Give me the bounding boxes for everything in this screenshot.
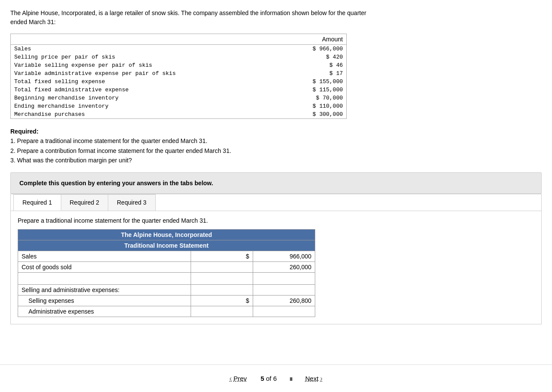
income-table-row: Sales$966,000 <box>18 251 315 261</box>
table-row: Sales$ 966,000 <box>11 45 347 53</box>
income-table-row: Selling and administrative expenses: <box>18 284 315 295</box>
table-row: Merchandise purchases$ 300,000 <box>11 110 347 119</box>
income-table-row: Cost of goods sold260,000 <box>18 261 315 272</box>
tab-required-2[interactable]: Required 2 <box>61 194 109 211</box>
income-row-label: Administrative expenses <box>18 306 191 317</box>
table-row: Variable administrative expense per pair… <box>11 69 347 78</box>
complete-question-box: Complete this question by entering your … <box>10 172 542 194</box>
grid-icon[interactable]: ∎ <box>287 373 295 384</box>
total-pages: 6 <box>273 375 276 382</box>
income-row-col1 <box>191 284 253 295</box>
income-row-col2 <box>253 306 315 317</box>
tab-required-3[interactable]: Required 3 <box>108 194 156 211</box>
required-item-3: 3. What was the contribution margin per … <box>10 156 542 165</box>
table-row-label: Sales <box>11 45 252 53</box>
bottom-nav: ‹ Prev 5 of 6 ∎ Next › <box>0 364 552 392</box>
required-item-1: 1. Prepare a traditional income statemen… <box>10 136 542 146</box>
income-row-label: Selling expenses <box>18 295 191 306</box>
income-row-col1: $ <box>191 295 253 306</box>
income-row-col2 <box>253 284 315 295</box>
data-table-label-header <box>11 34 252 45</box>
table-row-amount: $ 110,000 <box>252 102 347 110</box>
table-row-amount: $ 17 <box>252 69 347 78</box>
page-indicator: 5 of 6 <box>257 373 280 384</box>
income-statement-company: The Alpine House, Incorporated <box>18 229 315 240</box>
tab-required-1[interactable]: Required 1 <box>13 194 61 211</box>
table-row-label: Total fixed administrative expense <box>11 86 252 94</box>
prev-label: Prev <box>233 375 247 382</box>
table-row: Ending merchandise inventory$ 110,000 <box>11 102 347 110</box>
table-row: Variable selling expense per pair of ski… <box>11 61 347 69</box>
data-table-amount-header: Amount <box>252 34 347 45</box>
required-section: Required: 1. Prepare a traditional incom… <box>10 127 542 165</box>
data-table: Amount Sales$ 966,000Selling price per p… <box>10 34 347 119</box>
intro-paragraph: The Alpine House, Incorporated, is a lar… <box>10 9 542 27</box>
next-label: Next <box>305 375 319 382</box>
income-statement-table: The Alpine House, Incorporated Tradition… <box>18 229 315 317</box>
table-row-amount: $ 300,000 <box>252 110 347 119</box>
income-row-col1 <box>191 306 253 317</box>
table-row-label: Variable selling expense per pair of ski… <box>11 61 252 69</box>
tab-content-area: Prepare a traditional income statement f… <box>11 211 541 324</box>
table-row-label: Total fixed selling expense <box>11 78 252 86</box>
tabs-header: Required 1 Required 2 Required 3 <box>11 194 541 211</box>
income-table-row: Selling expenses$260,800 <box>18 295 315 306</box>
income-row-label: Selling and administrative expenses: <box>18 284 191 295</box>
complete-box-text: Complete this question by entering your … <box>19 180 533 187</box>
next-arrow-icon: › <box>320 375 323 383</box>
income-row-col2: 260,000 <box>253 261 315 272</box>
table-row-amount: $ 70,000 <box>252 94 347 102</box>
prev-button[interactable]: ‹ Prev <box>226 373 250 384</box>
table-row-amount: $ 966,000 <box>252 45 347 53</box>
table-row-label: Beginning merchandise inventory <box>11 94 252 102</box>
income-table-row: Administrative expenses <box>18 306 315 317</box>
table-row: Total fixed selling expense$ 155,000 <box>11 78 347 86</box>
table-row-amount: $ 420 <box>252 53 347 61</box>
required-title: Required: <box>10 128 38 135</box>
income-row-col1 <box>191 261 253 272</box>
table-row-label: Merchandise purchases <box>11 110 252 119</box>
income-row-col1: $ <box>191 251 253 261</box>
table-row-label: Selling price per pair of skis <box>11 53 252 61</box>
table-row-amount: $ 46 <box>252 61 347 69</box>
income-row-col2: 966,000 <box>253 251 315 261</box>
income-statement-title: Traditional Income Statement <box>18 240 315 251</box>
required-item-2: 2. Prepare a contribution format income … <box>10 146 542 156</box>
tabs-container: Required 1 Required 2 Required 3 Prepare… <box>10 194 542 324</box>
income-row-label: Cost of goods sold <box>18 261 191 272</box>
income-row-col2: 260,800 <box>253 295 315 306</box>
current-page: 5 <box>260 375 264 382</box>
tab-description: Prepare a traditional income statement f… <box>18 217 534 224</box>
table-row-amount: $ 155,000 <box>252 78 347 86</box>
income-row-label: Sales <box>18 251 191 261</box>
table-row: Total fixed administrative expense$ 115,… <box>11 86 347 94</box>
table-row: Beginning merchandise inventory$ 70,000 <box>11 94 347 102</box>
table-row-amount: $ 115,000 <box>252 86 347 94</box>
income-table-row <box>18 272 315 284</box>
next-button[interactable]: Next › <box>302 373 326 384</box>
table-row-label: Ending merchandise inventory <box>11 102 252 110</box>
prev-arrow-icon: ‹ <box>229 375 232 383</box>
page-separator: of <box>266 375 273 382</box>
income-statement-wrapper: The Alpine House, Incorporated Tradition… <box>18 229 315 317</box>
table-row: Selling price per pair of skis$ 420 <box>11 53 347 61</box>
table-row-label: Variable administrative expense per pair… <box>11 69 252 78</box>
